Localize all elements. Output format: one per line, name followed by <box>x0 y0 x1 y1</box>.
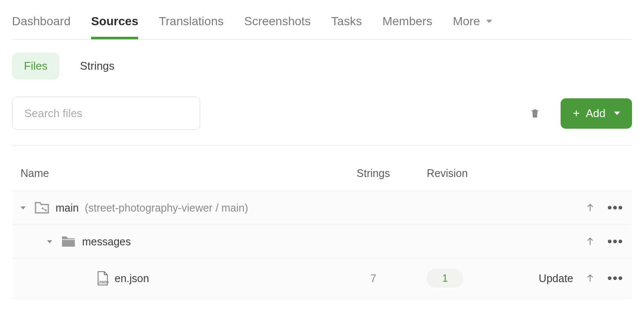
expand-arrow-icon[interactable] <box>21 206 26 209</box>
json-file-icon: JSON <box>96 271 109 286</box>
col-header-actions <box>504 167 623 180</box>
col-header-name: Name <box>21 167 337 180</box>
col-header-revision: Revision <box>410 167 504 180</box>
row-name-cell: messages <box>21 235 337 248</box>
table-header: Name Strings Revision <box>12 146 632 191</box>
branch-folder-icon <box>34 201 50 214</box>
row-sublabel: (street-photography-viewer / main) <box>85 202 248 214</box>
upload-icon[interactable] <box>586 236 594 247</box>
tab-tasks[interactable]: Tasks <box>331 9 362 39</box>
update-link[interactable]: Update <box>539 272 573 285</box>
more-menu-icon[interactable]: ••• <box>607 201 623 214</box>
expand-arrow-icon[interactable] <box>47 240 52 243</box>
table-row[interactable]: messages ••• <box>12 225 632 259</box>
tab-translations[interactable]: Translations <box>159 9 223 39</box>
svg-text:JSON: JSON <box>99 280 109 284</box>
row-label: main <box>56 202 79 214</box>
cell-actions: ••• <box>504 201 623 214</box>
more-menu-icon[interactable]: ••• <box>607 235 623 248</box>
upload-icon[interactable] <box>586 203 594 213</box>
strings-value: 7 <box>370 272 376 284</box>
cell-actions: Update ••• <box>504 272 623 285</box>
tab-sources[interactable]: Sources <box>91 9 139 39</box>
row-name-cell: main (street-photography-viewer / main) <box>21 201 337 214</box>
tab-screenshots[interactable]: Screenshots <box>244 9 311 39</box>
add-button-label: Add <box>586 107 606 120</box>
row-name-cell: JSON en.json <box>21 271 337 286</box>
col-header-strings: Strings <box>337 167 410 180</box>
trash-icon[interactable] <box>530 107 540 120</box>
chevron-down-icon <box>486 20 492 23</box>
toolbar-right: + Add <box>530 98 632 129</box>
cell-actions: ••• <box>504 235 623 248</box>
nav-tabs: Dashboard Sources Translations Screensho… <box>12 9 632 40</box>
more-menu-icon[interactable]: ••• <box>607 272 623 285</box>
search-input[interactable] <box>12 97 200 130</box>
row-label: en.json <box>115 272 149 285</box>
toolbar: + Add <box>12 97 632 146</box>
cell-strings: 7 <box>337 272 410 285</box>
folder-icon <box>61 235 76 248</box>
subtab-strings[interactable]: Strings <box>68 53 127 80</box>
upload-icon[interactable] <box>586 273 594 283</box>
table-row[interactable]: main (street-photography-viewer / main) … <box>12 191 632 225</box>
subtab-files[interactable]: Files <box>12 53 59 80</box>
add-button[interactable]: + Add <box>561 98 632 129</box>
row-label: messages <box>82 236 131 248</box>
tab-more[interactable]: More <box>453 9 492 39</box>
revision-badge[interactable]: 1 <box>427 269 463 288</box>
tab-more-label: More <box>453 15 480 28</box>
cell-revision: 1 <box>410 269 504 288</box>
tab-dashboard[interactable]: Dashboard <box>12 9 71 39</box>
plus-icon: + <box>573 107 579 119</box>
sub-tabs: Files Strings <box>12 53 632 80</box>
table-row[interactable]: JSON en.json 7 1 Update ••• <box>12 259 632 298</box>
chevron-down-icon <box>614 112 620 115</box>
tab-members[interactable]: Members <box>382 9 432 39</box>
